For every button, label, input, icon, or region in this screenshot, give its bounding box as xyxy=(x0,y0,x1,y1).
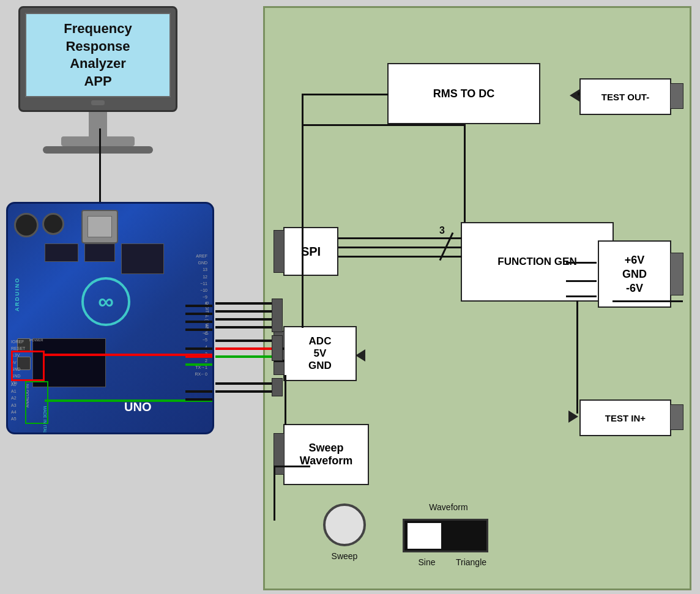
arduino-text: ARDUINO xyxy=(14,277,20,311)
ic-chip-1 xyxy=(45,243,78,262)
toggle-knob xyxy=(408,523,441,549)
monitor-base xyxy=(43,146,153,154)
sweep-button[interactable] xyxy=(323,503,366,546)
power-label-6v: +6V xyxy=(625,254,645,267)
title-line2: Analyzer xyxy=(70,56,126,71)
sweep-wire-down xyxy=(274,466,275,521)
sweep-waveform-box: Sweep Waveform xyxy=(283,424,369,485)
rms-left-line xyxy=(387,94,389,95)
line-test-out xyxy=(578,92,579,95)
circuit-area: RMS TO DC TEST OUT- FUNCTION GEN +6V GND… xyxy=(263,6,691,590)
adc-wire-green xyxy=(185,363,214,366)
made-in-italy: MADE IN ITALY xyxy=(43,406,47,435)
ext-sweep-wire-1 xyxy=(215,382,274,385)
ic-chip-2 xyxy=(84,243,115,262)
adc-line1: ADC xyxy=(309,335,332,347)
num-3: 3 xyxy=(439,225,445,236)
adc-line3: GND xyxy=(308,360,332,372)
ext-spi-wire-3 xyxy=(215,318,274,321)
arduino-board: ∞ ARDUINO IOREFRESET3.3V5VGNDGNDVin A0A1… xyxy=(6,202,214,434)
sweep-wire-2 xyxy=(185,398,214,401)
triangle-text: Triangle xyxy=(450,557,493,567)
app-title: Frequency Response Analyzer APP xyxy=(32,20,163,90)
sine-label: Sine xyxy=(418,557,435,567)
test-out-label: TEST OUT- xyxy=(601,92,649,102)
adc-label-box: ADC 5V GND xyxy=(283,326,357,381)
rms-to-dc-label: RMS TO DC xyxy=(433,87,495,100)
connector-power-right xyxy=(670,253,683,295)
test-in-label: TEST IN+ xyxy=(605,413,646,423)
spi-wire-1 xyxy=(185,305,214,307)
arduino-logo: ∞ xyxy=(81,277,130,326)
adc-wire-red xyxy=(185,355,214,358)
sweep-label: Sweep xyxy=(332,551,358,561)
sweep-line1: Sweep xyxy=(308,442,343,455)
monitor-outer: Frequency Response Analyzer APP xyxy=(18,6,177,112)
monitor-stand xyxy=(61,136,135,146)
arduino-section: ∞ ARDUINO IOREFRESET3.3V5VGNDGNDVin A0A1… xyxy=(6,202,217,440)
connector-spi-left xyxy=(274,230,285,273)
arrow-adc xyxy=(356,349,365,362)
adc-wire-1 xyxy=(185,347,214,350)
spi-wire-2 xyxy=(185,313,214,315)
power-label-neg6v: -6V xyxy=(626,282,643,295)
monitor-screen: Frequency Response Analyzer APP xyxy=(25,13,171,97)
power-label-gnd: GND xyxy=(622,268,647,281)
connector-test-out xyxy=(670,83,683,109)
triangle-label: Triangle xyxy=(456,557,486,567)
function-gen-label: FUNCTION GEN xyxy=(497,256,576,268)
power-label-board: POWER xyxy=(29,338,43,342)
sine-text: Sine xyxy=(410,557,444,567)
rms-line-left xyxy=(302,124,466,126)
test-out-box: TEST OUT- xyxy=(579,78,671,115)
top-horiz-line xyxy=(302,94,389,95)
connector-adc-ext xyxy=(272,335,283,361)
sweep-text: Sweep xyxy=(323,551,366,561)
power-box: +6V GND -6V xyxy=(598,240,671,308)
waveform-label: Waveform xyxy=(429,502,467,512)
left-vertical-line xyxy=(302,94,303,126)
spi-funcgen-2 xyxy=(338,247,462,248)
audio-jack xyxy=(14,213,39,237)
funcgen-power-line3 xyxy=(566,295,597,297)
ext-adc-wire-1 xyxy=(215,340,274,342)
rms-line-down xyxy=(464,124,466,234)
test-in-vertical xyxy=(576,300,578,414)
pin-labels-digital-right: AREFGND1312~11~10~98 xyxy=(196,253,207,308)
sweep-up-line xyxy=(285,375,286,425)
arrow-test-out xyxy=(570,89,579,102)
spi-funcgen-1 xyxy=(338,237,462,239)
waveform-toggle[interactable] xyxy=(403,519,488,552)
sweep-wire-horiz-1 xyxy=(274,466,310,467)
ic-chip-3 xyxy=(121,243,164,274)
waveform-text-label: Waveform xyxy=(406,502,491,512)
ext-spi-wire-1 xyxy=(215,302,274,305)
red-highlight xyxy=(11,351,45,381)
spi-wire-4 xyxy=(185,329,214,331)
monitor-neck xyxy=(89,112,107,136)
ext-spi-wire-2 xyxy=(215,310,274,313)
test-in-box: TEST IN+ xyxy=(579,399,671,436)
sweep-wire-1 xyxy=(185,390,214,393)
adc-up-line xyxy=(302,124,303,328)
rms-to-dc-box: RMS TO DC xyxy=(387,63,540,124)
funcgen-power-line2 xyxy=(566,280,597,282)
title-line3: APP xyxy=(84,73,111,89)
usb-port xyxy=(81,210,118,243)
connector-spi-ext xyxy=(272,299,283,332)
ext-sweep-wire-2 xyxy=(215,390,274,393)
ext-adc-wire-green xyxy=(215,355,274,358)
spi-label-box: SPI xyxy=(283,227,338,276)
ext-adc-wire-red xyxy=(215,347,274,350)
pin-labels-analog: A0A1A2A3A4A5 xyxy=(11,381,17,422)
funcgen-right-line xyxy=(612,300,683,302)
num-3-label: 3 xyxy=(439,225,445,236)
monitor-section: Frequency Response Analyzer APP xyxy=(6,6,190,154)
connector-test-in xyxy=(670,404,683,430)
usb-cable xyxy=(99,128,101,202)
uno-label: UNO xyxy=(124,400,151,414)
adc-line2: 5V xyxy=(314,347,327,360)
spi-wire-3 xyxy=(185,321,214,323)
spi-label: SPI xyxy=(301,245,321,259)
connector-sweep-ext xyxy=(272,378,283,396)
